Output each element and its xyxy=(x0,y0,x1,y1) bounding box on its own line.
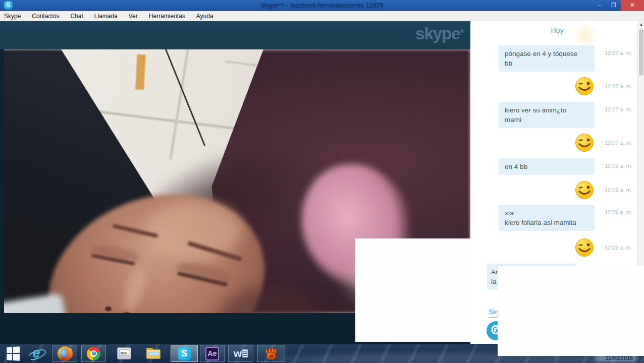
word-document-glyph xyxy=(242,349,248,357)
menu-item-skype[interactable]: Skype xyxy=(4,11,21,21)
message-timestamp: 12:09 a. m. xyxy=(605,209,632,215)
window-titlebar: S Skype™ - facebook:fernandooserma 12979… xyxy=(0,0,644,11)
chat-message-line: mami xyxy=(505,115,595,125)
message-timestamp: 12:07 a. m. xyxy=(605,83,632,89)
taskbar-item-file-explorer[interactable] xyxy=(145,346,162,361)
skype-icon: S xyxy=(178,347,191,360)
message-timestamp: 12:09 a. m. xyxy=(605,187,632,193)
chat-message-bubble: en 4 bb xyxy=(499,158,595,175)
chat-message-bubble: póngase en 4 y tóquesebb xyxy=(499,45,595,72)
chat-message-line: bb xyxy=(505,58,595,68)
close-button[interactable]: ✕ xyxy=(621,0,644,11)
chat-message-line: kiero follarla asi mamita xyxy=(505,218,595,227)
taskbar-item-internet-explorer[interactable]: e xyxy=(28,346,44,361)
wink-emoticon xyxy=(575,180,594,200)
scrollbar-thumb[interactable] xyxy=(639,29,643,76)
taskbar-item-after-effects[interactable]: Ae xyxy=(200,345,225,362)
wink-emoticon xyxy=(575,133,594,152)
chat-message-line: kiero ver su anim¿to xyxy=(505,105,595,115)
chat-message-bubble: xfakiero follarla asi mamita xyxy=(499,205,595,231)
menu-item-contactos[interactable]: Contactos xyxy=(32,11,59,21)
maximize-button[interactable]: ❐ xyxy=(607,0,621,11)
message-timestamp: 12:07 a. m. xyxy=(605,50,632,56)
media-player-icon xyxy=(117,347,131,359)
window-title: Skype™ - facebook:fernandooserma 12979 xyxy=(0,2,644,9)
skype-watermark-logo: skype® xyxy=(415,24,463,43)
chat-message-line: póngase en 4 y tóquese xyxy=(505,49,595,58)
wink-emoticon xyxy=(575,238,594,257)
menu-item-herramientas[interactable]: Herramientas xyxy=(149,11,185,21)
menu-bar: SkypeContactosChatLlamadaVerHerramientas… xyxy=(0,11,644,21)
message-timestamp: 12:09 a. m. xyxy=(605,163,632,169)
orange-hand-icon xyxy=(264,346,279,360)
minimize-button[interactable]: – xyxy=(593,0,607,11)
chat-date-divider: Hoy xyxy=(470,26,644,34)
word-icon: w xyxy=(234,347,248,360)
taskbar-item-media-player[interactable] xyxy=(116,346,132,361)
taskbar-item-chrome[interactable] xyxy=(81,345,106,362)
video-left-edge xyxy=(0,49,4,313)
menu-item-chat[interactable]: Chat xyxy=(70,11,83,21)
firefox-icon xyxy=(58,346,72,361)
windows-logo-icon xyxy=(7,346,20,361)
white-overlay-box-2 xyxy=(498,266,644,356)
video-yellow-object xyxy=(135,54,146,90)
wink-emoticon xyxy=(575,77,594,96)
chat-message-bubble: kiero ver su anim¿tomami xyxy=(499,102,595,128)
video-forehead-highlight xyxy=(146,201,242,261)
internet-explorer-icon: e xyxy=(29,346,44,361)
call-header-band: skype® xyxy=(0,21,470,49)
menu-item-llamada[interactable]: Llamada xyxy=(94,11,118,21)
video-nostril xyxy=(105,307,112,311)
taskbar-item-skype[interactable]: S xyxy=(171,345,198,362)
chat-message-line: en 4 bb xyxy=(505,162,595,171)
after-effects-icon: Ae xyxy=(205,347,219,360)
taskbar-item-orange-hand[interactable] xyxy=(257,345,285,362)
folder-icon xyxy=(146,348,160,359)
message-timestamp: 12:07 a. m. xyxy=(605,140,632,146)
menu-item-ver[interactable]: Ver xyxy=(129,11,138,21)
chat-message-line: xfa xyxy=(505,208,595,218)
window-controls: – ❐ ✕ xyxy=(593,0,644,11)
chrome-icon xyxy=(87,347,100,360)
desktop: S Skype™ - facebook:fernandooserma 12979… xyxy=(0,0,644,363)
taskbar-item-firefox[interactable] xyxy=(52,345,77,362)
white-overlay-box-1 xyxy=(355,238,471,342)
menu-item-ayuda[interactable]: Ayuda xyxy=(196,11,213,21)
message-timestamp: 12:09 a. m. xyxy=(605,245,632,251)
scroll-up-arrow[interactable]: ▲ xyxy=(638,21,644,28)
taskbar-item-word[interactable]: w xyxy=(228,345,253,362)
start-button[interactable] xyxy=(5,346,20,361)
message-timestamp: 12:07 a. m. xyxy=(605,106,632,112)
